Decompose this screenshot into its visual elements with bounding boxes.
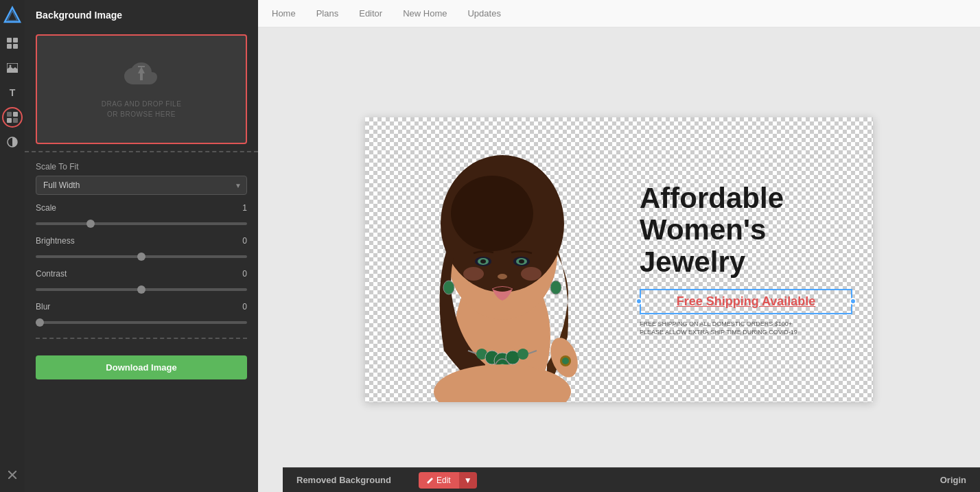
- edit-button-group: Edit ▼: [419, 472, 477, 489]
- contrast-slider[interactable]: [36, 288, 247, 291]
- contrast-icon-btn[interactable]: [2, 132, 23, 152]
- background-image-section: Background Image: [25, 0, 258, 34]
- blur-slider[interactable]: [36, 321, 247, 324]
- brightness-value: 0: [242, 236, 247, 246]
- svg-rect-3: [13, 44, 18, 49]
- scale-to-fit-control: Scale To Fit Full Width Full Height Stre…: [25, 162, 258, 195]
- origin-label: Origin: [940, 475, 966, 485]
- edit-pencil-icon: [427, 477, 434, 484]
- nav-item-updates[interactable]: Updates: [467, 8, 500, 19]
- left-panel: Background Image DRAG AND DROP FILE OR B…: [25, 0, 258, 492]
- svg-point-27: [521, 267, 541, 281]
- svg-rect-1: [13, 38, 18, 43]
- scale-slider[interactable]: [36, 222, 247, 225]
- divider-bottom: [36, 338, 247, 339]
- svg-rect-9: [13, 118, 18, 123]
- svg-point-18: [451, 176, 533, 251]
- scale-value: 1: [242, 203, 247, 213]
- nav-item-editor[interactable]: Editor: [359, 8, 382, 19]
- grid-icon-btn[interactable]: [2, 33, 23, 54]
- svg-rect-7: [13, 112, 18, 117]
- svg-point-26: [463, 267, 484, 281]
- selection-handle-left: [635, 298, 642, 305]
- svg-point-25: [498, 274, 507, 279]
- svg-point-38: [562, 358, 569, 364]
- banner-text-area: Affordable Women's Jewelry Free Shipping…: [619, 117, 873, 402]
- nav-item-new-home[interactable]: New Home: [403, 8, 447, 19]
- svg-rect-6: [7, 112, 12, 117]
- svg-point-40: [550, 281, 561, 294]
- scale-to-fit-label: Scale To Fit: [36, 162, 247, 172]
- svg-rect-2: [7, 44, 12, 49]
- scale-to-fit-select[interactable]: Full Width Full Height Stretch Contain: [36, 176, 247, 195]
- nav-item-home[interactable]: Home: [272, 8, 296, 19]
- canvas-area: Affordable Women's Jewelry Free Shipping…: [258, 27, 980, 492]
- svg-point-32: [517, 349, 528, 360]
- app-logo: [3, 5, 22, 25]
- removed-background-label: Removed Background: [296, 475, 391, 485]
- scale-to-fit-select-wrapper: Full Width Full Height Stretch Contain ▼: [36, 176, 247, 195]
- pattern-icon-btn[interactable]: [2, 107, 23, 128]
- banner-subheadline[interactable]: Free Shipping Available: [640, 289, 852, 314]
- contrast-slider-control: Contrast 0: [25, 266, 258, 299]
- woman-illustration: [365, 117, 646, 402]
- svg-rect-8: [7, 118, 12, 123]
- svg-point-23: [480, 259, 486, 263]
- banner-canvas[interactable]: Affordable Women's Jewelry Free Shipping…: [365, 117, 873, 402]
- brightness-slider[interactable]: [36, 255, 247, 258]
- banner-headline: Affordable Women's Jewelry: [640, 183, 852, 278]
- upload-area[interactable]: DRAG AND DROP FILE OR BROWSE HERE: [36, 34, 247, 144]
- main-area: Home Plans Editor New Home Updates: [258, 0, 980, 492]
- panel-title: Background Image: [36, 10, 247, 21]
- blur-value: 0: [242, 302, 247, 312]
- scale-label: Scale: [36, 203, 56, 213]
- edit-dropdown-button[interactable]: ▼: [459, 472, 477, 489]
- edit-button[interactable]: Edit: [419, 472, 459, 489]
- image-icon-btn[interactable]: [2, 58, 23, 78]
- contrast-value: 0: [242, 269, 247, 279]
- brightness-label: Brightness: [36, 236, 75, 246]
- svg-rect-0: [7, 38, 12, 43]
- blur-slider-control: Blur 0: [25, 299, 258, 332]
- blur-label: Blur: [36, 302, 50, 312]
- upload-drag-text: DRAG AND DROP FILE OR BROWSE HERE: [102, 99, 182, 119]
- nav-item-plans[interactable]: Plans: [316, 8, 339, 19]
- upload-icon: [124, 60, 159, 93]
- contrast-label: Contrast: [36, 269, 67, 279]
- text-icon: T: [10, 87, 16, 98]
- text-icon-btn[interactable]: T: [2, 82, 23, 103]
- divider-top: [25, 151, 258, 159]
- banner-body-text: FREE SHIPPING ON ALL DOMESTIC ORDERS $10…: [640, 320, 852, 337]
- svg-point-39: [443, 281, 454, 294]
- chevron-down-icon: ▼: [464, 476, 472, 485]
- svg-point-24: [519, 259, 524, 263]
- top-nav: Home Plans Editor New Home Updates: [258, 0, 980, 27]
- bottom-bar: Removed Background Edit ▼ Origin: [283, 467, 980, 492]
- selection-handle-right: [850, 298, 856, 305]
- download-image-button[interactable]: Download Image: [36, 355, 247, 379]
- icon-bar: T: [0, 0, 25, 492]
- scale-slider-control: Scale 1: [25, 200, 258, 233]
- brightness-slider-control: Brightness 0: [25, 233, 258, 266]
- close-icon-btn[interactable]: [2, 465, 23, 485]
